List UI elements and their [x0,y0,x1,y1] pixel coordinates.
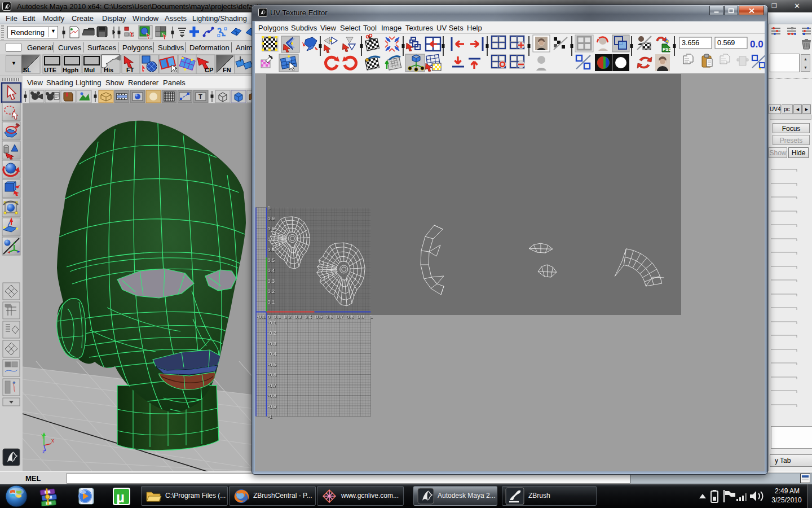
svg-text:0.4: 0.4 [305,314,312,319]
svg-text:0: 0 [268,314,271,319]
svg-text:-0.4: -0.4 [268,351,277,357]
svg-text:x: x [51,437,54,444]
svg-text:Mul: Mul [84,67,95,73]
svg-text:0.569: 0.569 [717,39,735,47]
svg-text:0.3: 0.3 [294,314,302,319]
svg-text:-0.9: -0.9 [268,404,277,409]
svg-text:0.6: 0.6 [268,247,275,252]
svg-text:Hgph: Hgph [63,67,78,73]
svg-text:0.6: 0.6 [326,314,333,319]
svg-text:0.5: 0.5 [268,257,275,263]
svg-text:FT: FT [126,67,134,73]
svg-text:-0.1: -0.1 [268,320,277,326]
svg-text:T: T [198,93,202,100]
svg-text:0.9: 0.9 [357,314,364,319]
svg-text:z: z [42,448,46,454]
svg-text:0.2: 0.2 [284,314,292,319]
svg-text:-0.6: -0.6 [268,372,277,378]
svg-text:0.8: 0.8 [268,226,275,231]
svg-text:0.2: 0.2 [268,288,275,294]
svg-text:-0.8: -0.8 [268,393,277,398]
svg-text:0.7: 0.7 [336,314,343,319]
svg-text:-0.3: -0.3 [268,341,277,347]
svg-text:-0.5: -0.5 [268,362,277,367]
svg-text:-1: -1 [268,414,272,419]
svg-text:0.8: 0.8 [347,314,354,319]
svg-text:1: 1 [370,314,373,319]
svg-text:0.5: 0.5 [315,314,323,319]
svg-text:His: His [104,67,113,73]
svg-text:0.4: 0.4 [268,268,275,273]
svg-text:-0.1: -0.1 [257,314,266,319]
svg-text:CP: CP [205,67,213,73]
svg-text:0.9: 0.9 [268,216,275,221]
svg-text:0.1: 0.1 [268,299,275,305]
svg-text:Y: Y [41,433,45,440]
svg-text:-0.2: -0.2 [268,330,277,336]
svg-text:UTE: UTE [44,67,56,73]
svg-text:0.1: 0.1 [273,314,281,319]
svg-text:SL: SL [23,67,31,73]
svg-text:µ: µ [116,489,125,506]
svg-text:0.3: 0.3 [268,278,275,284]
svg-text:PSD: PSD [663,47,672,52]
svg-text:1: 1 [268,205,271,211]
svg-text:3.656: 3.656 [682,39,699,47]
svg-text:-0.7: -0.7 [268,383,277,388]
svg-text:0.0: 0.0 [750,39,764,50]
svg-text:FN: FN [223,67,231,73]
